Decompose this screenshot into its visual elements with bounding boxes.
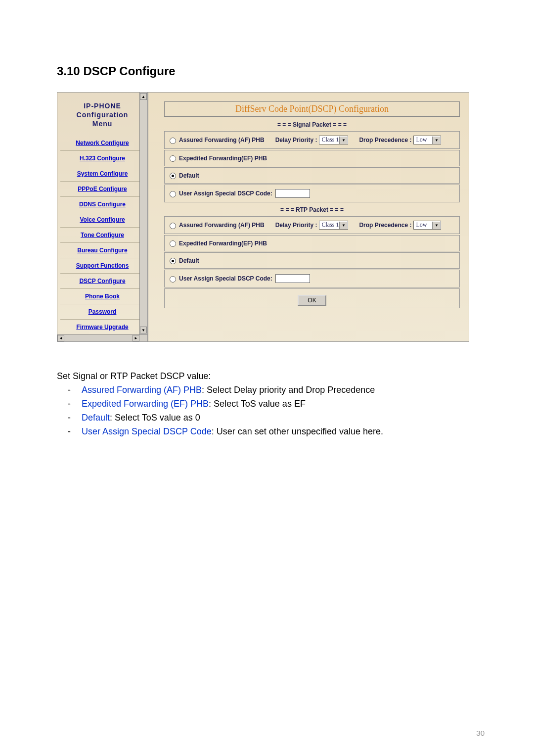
signal-delay-priority-label: Delay Priority :: [275, 137, 317, 143]
sidebar-item-phone-book[interactable]: Phone Book: [60, 289, 144, 304]
sidebar-item-ddns-configure[interactable]: DDNS Configure: [60, 197, 144, 212]
main-title: DiffServ Code Point(DSCP) Configuration: [164, 101, 460, 117]
rtp-default-option[interactable]: Default: [164, 252, 460, 269]
description-item: Expedited Forwarding (EF) PHB: Select To…: [82, 397, 485, 411]
rtp-user-dscp-input[interactable]: [275, 274, 310, 283]
radio-icon[interactable]: [170, 155, 176, 162]
signal-user-option[interactable]: User Assign Special DSCP Code:: [164, 185, 460, 202]
page-title: 3.10 DSCP Configure: [57, 64, 485, 78]
signal-drop-precedence-select[interactable]: Low: [413, 136, 441, 144]
radio-icon[interactable]: [170, 240, 176, 247]
signal-drop-precedence-label: Drop Precedence :: [359, 137, 411, 143]
scroll-up-icon[interactable]: ▲: [140, 93, 147, 100]
sidebar-item-tone-configure[interactable]: Tone Configure: [60, 228, 144, 243]
signal-delay-priority-select[interactable]: Class 1: [319, 136, 348, 144]
rtp-delay-priority-select[interactable]: Class 1: [319, 221, 348, 230]
description-block: Set Signal or RTP Packet DSCP value: Ass…: [57, 370, 485, 438]
ok-row: OK: [164, 288, 460, 308]
description-item: Assured Forwarding (AF) PHB: Select Dela…: [82, 383, 485, 397]
radio-icon[interactable]: [170, 173, 176, 179]
description-intro: Set Signal or RTP Packet DSCP value:: [57, 370, 485, 383]
signal-user-label: User Assign Special DSCP Code:: [179, 190, 272, 197]
sidebar-title: IP-PHONE Configuration Menu: [60, 101, 144, 129]
rtp-drop-precedence-label: Drop Precedence :: [359, 222, 411, 229]
sidebar-item-support-functions[interactable]: Support Functions: [60, 258, 144, 274]
sidebar-item-pppoe-configure[interactable]: PPPoE Configure: [60, 182, 144, 197]
rtp-default-label: Default: [179, 257, 199, 264]
radio-icon[interactable]: [170, 258, 176, 264]
radio-icon[interactable]: [170, 191, 176, 197]
sidebar-item-h323-configure[interactable]: H.323 Configure: [60, 151, 144, 166]
app-screenshot: IP-PHONE Configuration Menu Network Conf…: [57, 92, 469, 342]
signal-af-option[interactable]: Assured Forwarding (AF) PHB Delay Priori…: [164, 131, 460, 149]
ok-button[interactable]: OK: [298, 295, 326, 306]
sidebar-item-firmware-upgrade[interactable]: Firmware Upgrade: [60, 320, 144, 335]
rtp-af-option[interactable]: Assured Forwarding (AF) PHB Delay Priori…: [164, 216, 460, 234]
rtp-ef-option[interactable]: Expedited Forwarding(EF) PHB: [164, 235, 460, 251]
sidebar-item-system-configure[interactable]: System Configure: [60, 166, 144, 182]
radio-icon[interactable]: [170, 138, 176, 144]
sidebar-item-bureau-configure[interactable]: Bureau Configure: [60, 243, 144, 258]
radio-icon[interactable]: [170, 276, 176, 283]
rtp-packet-header: = = = RTP Packet = = =: [164, 203, 460, 216]
signal-packet-header: = = = Signal Packet = = =: [164, 118, 460, 131]
vertical-scrollbar[interactable]: ▲ ▼: [139, 93, 147, 341]
scroll-left-icon[interactable]: ◄: [57, 335, 64, 341]
rtp-af-label: Assured Forwarding (AF) PHB: [179, 221, 265, 230]
horizontal-scrollbar[interactable]: ◄ ►: [57, 334, 147, 341]
rtp-drop-precedence-select[interactable]: Low: [413, 221, 441, 230]
radio-icon[interactable]: [170, 223, 176, 229]
sidebar-item-dscp-configure[interactable]: DSCP Configure: [60, 274, 144, 289]
sidebar-item-password[interactable]: Password: [60, 304, 144, 320]
page-number: 30: [476, 729, 485, 737]
sidebar: IP-PHONE Configuration Menu Network Conf…: [57, 93, 148, 341]
sidebar-item-network-configure[interactable]: Network Configure: [60, 136, 144, 151]
rtp-user-option[interactable]: User Assign Special DSCP Code:: [164, 270, 460, 287]
main-panel: DiffServ Code Point(DSCP) Configuration …: [148, 93, 469, 341]
signal-default-label: Default: [179, 172, 199, 179]
scroll-down-icon[interactable]: ▼: [140, 327, 147, 333]
scroll-right-icon[interactable]: ►: [133, 335, 139, 341]
rtp-ef-label: Expedited Forwarding(EF) PHB: [179, 240, 267, 247]
rtp-user-label: User Assign Special DSCP Code:: [179, 275, 272, 282]
signal-ef-label: Expedited Forwarding(EF) PHB: [179, 155, 267, 162]
signal-default-option[interactable]: Default: [164, 167, 460, 184]
signal-user-dscp-input[interactable]: [275, 189, 310, 198]
description-item: Default: Select ToS value as 0: [82, 411, 485, 425]
signal-af-label: Assured Forwarding (AF) PHB: [179, 136, 265, 144]
description-item: User Assign Special DSCP Code: User can …: [82, 425, 485, 439]
signal-ef-option[interactable]: Expedited Forwarding(EF) PHB: [164, 150, 460, 166]
sidebar-item-voice-configure[interactable]: Voice Configure: [60, 212, 144, 228]
rtp-delay-priority-label: Delay Priority :: [275, 222, 317, 229]
